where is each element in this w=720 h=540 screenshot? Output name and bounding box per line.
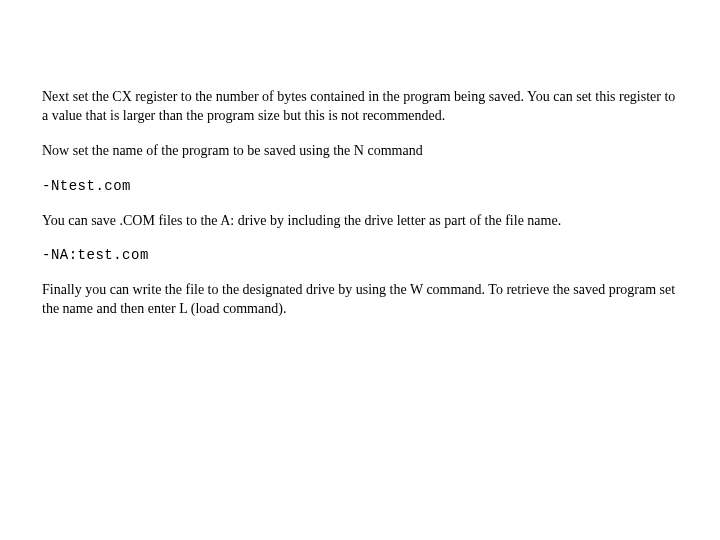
paragraph-w-command: Finally you can write the file to the de… (42, 281, 678, 319)
paragraph-n-command: Now set the name of the program to be sa… (42, 142, 678, 161)
paragraph-cx-register: Next set the CX register to the number o… (42, 88, 678, 126)
code-na-test: -NA:test.com (42, 246, 678, 265)
code-ntest: -Ntest.com (42, 177, 678, 196)
paragraph-a-drive: You can save .COM files to the A: drive … (42, 212, 678, 231)
